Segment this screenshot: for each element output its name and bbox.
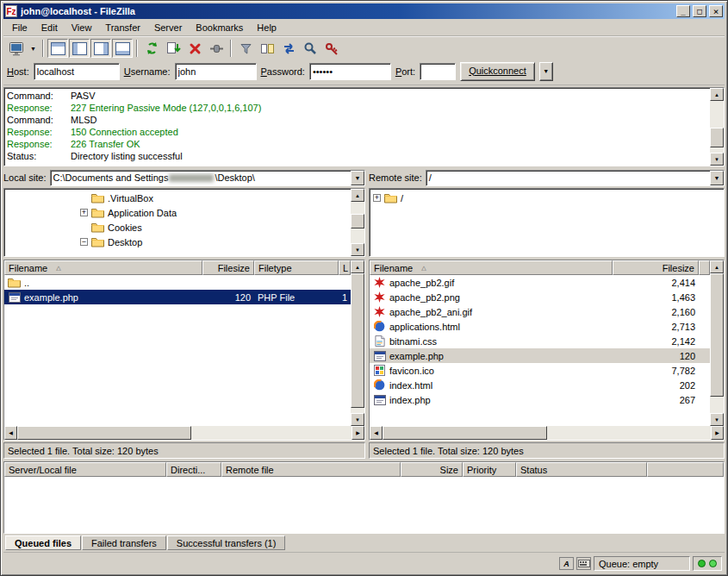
remote-list-scroll-track[interactable] bbox=[710, 273, 724, 413]
combo-dropdown-icon[interactable]: ▼ bbox=[710, 171, 724, 185]
tree-item[interactable]: +/ bbox=[370, 191, 724, 205]
local-tree-scrollbar[interactable]: ▲ ▼ bbox=[351, 189, 364, 256]
file-row[interactable]: index.html202 bbox=[370, 378, 710, 392]
remote-site-combobox[interactable]: / ▼ bbox=[426, 170, 725, 186]
column-header-filesize[interactable]: Filesize bbox=[613, 260, 699, 275]
menu-transfer[interactable]: Transfer bbox=[98, 20, 147, 35]
column-header-server-local-file[interactable]: Server/Local file bbox=[4, 462, 166, 477]
clear-private-data-icon[interactable] bbox=[321, 39, 342, 58]
quickconnect-dropdown-icon[interactable]: ▼ bbox=[539, 62, 553, 81]
file-row[interactable]: .. bbox=[4, 275, 351, 290]
synchronized-browsing-icon[interactable] bbox=[278, 39, 299, 58]
host-input[interactable] bbox=[34, 63, 120, 80]
column-header-remote-file[interactable]: Remote file bbox=[221, 462, 401, 477]
local-list-scroll-track[interactable] bbox=[351, 273, 364, 413]
filter-icon[interactable] bbox=[235, 39, 256, 58]
scroll-left-icon[interactable]: ◀ bbox=[4, 426, 17, 440]
log-scroll-thumb[interactable] bbox=[710, 128, 724, 147]
column-header-blank[interactable] bbox=[699, 260, 710, 275]
file-row[interactable]: example.php120PHP File1 bbox=[4, 290, 351, 304]
local-tree-scroll-track[interactable] bbox=[351, 202, 364, 243]
tree-expander-icon[interactable]: − bbox=[80, 238, 88, 246]
file-row[interactable]: example.php120 bbox=[370, 348, 710, 363]
tab-queued-files[interactable]: Queued files bbox=[5, 535, 81, 550]
column-header-filename[interactable]: Filename△ bbox=[4, 260, 202, 275]
toggle-message-log-icon[interactable] bbox=[47, 39, 68, 58]
scroll-right-icon[interactable]: ▶ bbox=[711, 426, 724, 440]
refresh-icon[interactable] bbox=[141, 39, 162, 58]
tree-item[interactable]: Cookies bbox=[4, 220, 351, 235]
menu-server[interactable]: Server bbox=[147, 20, 189, 35]
tree-item[interactable]: .VirtualBox bbox=[4, 191, 351, 205]
column-header-l[interactable]: L bbox=[339, 260, 351, 275]
tree-item[interactable]: +Application Data bbox=[4, 205, 351, 220]
scroll-up-icon[interactable]: ▲ bbox=[710, 88, 724, 101]
toggle-remote-tree-icon[interactable] bbox=[90, 39, 111, 58]
process-queue-icon[interactable] bbox=[163, 39, 184, 58]
combo-dropdown-icon[interactable]: ▼ bbox=[351, 171, 364, 185]
log-scrollbar[interactable]: ▲ ▼ bbox=[710, 88, 724, 166]
tree-item[interactable]: −Desktop bbox=[4, 235, 351, 249]
local-hscroll-thumb[interactable] bbox=[17, 426, 191, 440]
password-input[interactable] bbox=[309, 63, 391, 80]
file-row[interactable]: applications.html2,713 bbox=[370, 319, 710, 334]
remote-list-scrollbar[interactable]: ▲ ▼ bbox=[710, 260, 724, 426]
column-header-directi-[interactable]: Directi... bbox=[166, 462, 221, 477]
close-button[interactable]: × bbox=[709, 5, 723, 17]
column-header-filesize[interactable]: Filesize bbox=[202, 260, 254, 275]
scroll-up-icon[interactable]: ▲ bbox=[351, 189, 364, 202]
column-header-size[interactable]: Size bbox=[401, 462, 463, 477]
minimize-button[interactable]: _ bbox=[676, 5, 690, 17]
directory-comparison-icon[interactable] bbox=[257, 39, 277, 58]
column-header-filetype[interactable]: Filetype bbox=[254, 260, 339, 275]
tab-successful-transfers-1-[interactable]: Successful transfers (1) bbox=[167, 535, 286, 550]
column-header-filename[interactable]: Filename△ bbox=[370, 260, 613, 275]
local-hscroll-track[interactable] bbox=[17, 426, 352, 440]
tree-expander-icon[interactable]: + bbox=[373, 194, 381, 202]
scroll-down-icon[interactable]: ▼ bbox=[351, 243, 364, 256]
scroll-up-icon[interactable]: ▲ bbox=[710, 260, 724, 273]
toggle-transfer-queue-icon[interactable] bbox=[112, 39, 133, 58]
menu-view[interactable]: View bbox=[65, 20, 99, 35]
disconnect-icon[interactable] bbox=[206, 39, 227, 58]
remote-hscrollbar[interactable]: ◀ ▶ bbox=[370, 426, 724, 440]
quickconnect-button[interactable]: Quickconnect bbox=[460, 62, 535, 81]
menu-help[interactable]: Help bbox=[250, 20, 283, 35]
maximize-button[interactable]: □ bbox=[693, 5, 706, 17]
tree-expander-icon[interactable]: + bbox=[80, 209, 88, 216]
transfer-type-ascii-icon[interactable]: A bbox=[559, 557, 574, 570]
toggle-local-tree-icon[interactable] bbox=[69, 39, 90, 58]
file-row[interactable]: bitnami.css2,142 bbox=[370, 334, 710, 348]
scroll-down-icon[interactable]: ▼ bbox=[351, 413, 364, 426]
remote-list-scroll-thumb[interactable] bbox=[710, 273, 724, 397]
file-row[interactable]: apache_pb2.gif2,414 bbox=[370, 275, 710, 290]
scroll-down-icon[interactable]: ▼ bbox=[710, 153, 724, 166]
tab-failed-transfers[interactable]: Failed transfers bbox=[82, 535, 166, 550]
local-list-scrollbar[interactable]: ▲ ▼ bbox=[351, 260, 364, 426]
menu-bookmarks[interactable]: Bookmarks bbox=[189, 20, 250, 35]
titlebar[interactable]: Fz john@localhost - FileZilla _ □ × bbox=[3, 3, 725, 19]
scroll-right-icon[interactable]: ▶ bbox=[352, 426, 364, 440]
file-row[interactable]: apache_pb2_ani.gif2,160 bbox=[370, 304, 710, 319]
column-header-blank[interactable] bbox=[647, 462, 724, 477]
menu-file[interactable]: File bbox=[5, 20, 34, 35]
log-scroll-track[interactable] bbox=[710, 101, 724, 153]
local-tree-scroll-thumb[interactable] bbox=[351, 214, 364, 228]
site-manager-dropdown-icon[interactable]: ▼ bbox=[28, 39, 39, 58]
cancel-operation-icon[interactable] bbox=[184, 39, 205, 58]
menu-edit[interactable]: Edit bbox=[34, 20, 65, 35]
remote-hscroll-track[interactable] bbox=[383, 426, 711, 440]
file-row[interactable]: apache_pb2.png1,463 bbox=[370, 290, 710, 304]
site-manager-icon[interactable] bbox=[6, 39, 27, 58]
file-row[interactable]: favicon.ico7,782 bbox=[370, 363, 710, 378]
local-hscrollbar[interactable]: ◀ ▶ bbox=[4, 426, 364, 440]
scroll-down-icon[interactable]: ▼ bbox=[710, 413, 724, 426]
file-row[interactable]: index.php267 bbox=[370, 392, 710, 407]
remote-hscroll-thumb[interactable] bbox=[383, 426, 547, 440]
scroll-left-icon[interactable]: ◀ bbox=[370, 426, 383, 440]
local-list-scroll-thumb[interactable] bbox=[351, 273, 364, 408]
local-site-combobox[interactable]: C:\Documents and Settings\Desktop\ ▼ bbox=[50, 170, 365, 186]
username-input[interactable] bbox=[175, 63, 257, 80]
column-header-status[interactable]: Status bbox=[516, 462, 647, 477]
column-header-priority[interactable]: Priority bbox=[463, 462, 516, 477]
